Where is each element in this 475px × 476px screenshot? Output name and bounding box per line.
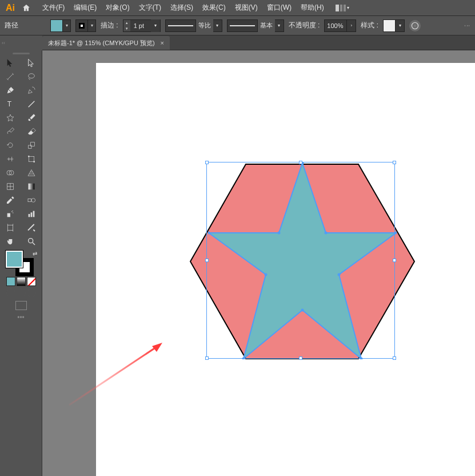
menu-select[interactable]: 选择(S) <box>166 1 198 15</box>
draw-normal[interactable] <box>6 288 15 298</box>
slice-icon <box>27 223 36 232</box>
fill-stroke-indicator[interactable]: ⇄ <box>2 251 39 275</box>
svg-point-38 <box>265 273 268 276</box>
zoom-tool[interactable] <box>21 235 42 248</box>
mesh-tool[interactable] <box>0 180 21 193</box>
magic-wand-tool[interactable] <box>0 70 21 84</box>
blob-icon <box>6 127 15 136</box>
stroke-weight-field[interactable]: ▲ ▼ 1 pt ▾ <box>123 19 161 32</box>
curvature-tool[interactable] <box>21 84 42 97</box>
line-tool[interactable] <box>21 97 42 111</box>
stroke-swatch[interactable] <box>75 19 88 32</box>
brush-dropdown[interactable]: ▾ <box>275 19 284 32</box>
menu-edit[interactable]: 编辑(E) <box>69 1 101 15</box>
color-mode-solid[interactable] <box>6 277 15 286</box>
stroke-dropdown[interactable]: ▾ <box>88 19 96 32</box>
graphic-style-swatch[interactable] <box>383 19 396 32</box>
free-transform-tool[interactable] <box>21 152 42 166</box>
menu-file[interactable]: 文件(F) <box>38 1 69 15</box>
menu-view[interactable]: 视图(V) <box>230 1 262 15</box>
variable-width-profile[interactable] <box>165 19 196 32</box>
scale-icon <box>27 141 36 150</box>
document-tab[interactable]: 未标题-1* @ 115% (CMYK/GPU 预览) × <box>42 36 170 50</box>
canvas-area[interactable]: Baidu 经验 jingyan.baidu.com <box>42 50 475 476</box>
swap-fill-stroke[interactable]: ⇄ <box>33 251 37 257</box>
workspace-switcher[interactable]: ▾ <box>336 4 349 12</box>
edit-toolbar-button[interactable]: ••• <box>0 312 42 323</box>
svg-point-40 <box>278 232 281 235</box>
recolor-artwork-button[interactable] <box>409 20 421 31</box>
fill-dropdown[interactable]: ▾ <box>63 19 71 32</box>
default-fill-stroke[interactable] <box>3 268 10 275</box>
brush-definition[interactable] <box>227 19 258 32</box>
artboard-tool[interactable] <box>0 221 21 235</box>
blend-tool[interactable] <box>21 193 42 207</box>
gradient-tool[interactable] <box>21 180 42 193</box>
shapebuilder-icon <box>6 168 15 177</box>
width-tool[interactable] <box>0 152 21 166</box>
color-wheel-icon <box>411 22 419 30</box>
tab-close-button[interactable]: × <box>161 39 164 46</box>
column-graph-tool[interactable] <box>21 207 42 221</box>
svg-point-45 <box>459 431 464 436</box>
stroke-weight-dropdown[interactable]: ▾ <box>151 19 160 32</box>
svg-rect-19 <box>7 213 10 217</box>
shape-builder-tool[interactable] <box>0 166 21 180</box>
slice-tool[interactable] <box>21 221 42 235</box>
stroke-weight-up[interactable]: ▲ <box>123 20 130 26</box>
eraser-tool[interactable] <box>21 125 42 138</box>
profile-dropdown[interactable]: ▾ <box>213 19 222 32</box>
artboard[interactable] <box>96 63 475 476</box>
menu-type[interactable]: 文字(T) <box>134 1 166 15</box>
opacity-field[interactable]: 100% <box>324 19 347 32</box>
paintbrush-tool[interactable] <box>21 111 42 125</box>
color-mode-gradient[interactable] <box>17 277 26 286</box>
style-dropdown[interactable]: ▾ <box>396 19 405 32</box>
rotate-tool[interactable] <box>0 138 21 152</box>
stroke-label: 描边 : <box>101 21 118 30</box>
eyedropper-tool[interactable] <box>0 193 21 207</box>
brush-label: 基本 <box>258 21 275 30</box>
symbol-sprayer-tool[interactable] <box>0 207 21 221</box>
draw-inside[interactable] <box>27 288 36 298</box>
spray-icon <box>6 209 15 219</box>
selection-tool[interactable] <box>0 56 21 70</box>
pen-tool[interactable] <box>0 84 21 97</box>
pen-icon <box>6 86 15 95</box>
fill-color-control[interactable]: ▾ <box>50 19 71 32</box>
stroke-weight-down[interactable]: ▼ <box>123 26 130 31</box>
color-mode-none[interactable] <box>27 277 36 286</box>
draw-behind[interactable] <box>17 288 26 298</box>
menu-window[interactable]: 窗口(W) <box>262 1 296 15</box>
cursor-outline-icon <box>27 58 36 68</box>
home-button[interactable] <box>18 0 34 16</box>
screen-mode-button[interactable] <box>0 299 42 312</box>
menu-effect[interactable]: 效果(C) <box>198 1 230 15</box>
svg-point-46 <box>450 436 461 443</box>
watermark: Baidu 经验 jingyan.baidu.com <box>406 429 467 468</box>
control-bar-overflow[interactable]: ⋮ <box>464 23 470 29</box>
menu-object[interactable]: 对象(O) <box>101 1 134 15</box>
star-shape[interactable] <box>208 162 397 359</box>
menu-help[interactable]: 帮助(H) <box>296 1 329 15</box>
fill-swatch[interactable] <box>50 19 63 32</box>
svg-rect-24 <box>30 212 32 217</box>
collapse-panels-button[interactable]: ‹‹ <box>0 36 7 50</box>
panels-icon <box>336 5 346 11</box>
lasso-tool[interactable] <box>21 70 42 84</box>
stroke-weight-value[interactable]: 1 pt <box>130 22 151 29</box>
stroke-color-control[interactable]: ▾ <box>75 19 96 32</box>
blob-brush-tool[interactable] <box>0 125 21 138</box>
perspective-grid-tool[interactable] <box>21 166 42 180</box>
svg-point-32 <box>325 232 328 235</box>
type-tool[interactable]: T <box>0 97 21 111</box>
opacity-dropdown[interactable]: › <box>347 19 356 32</box>
tab-title: 未标题-1* @ 115% (CMYK/GPU 预览) <box>48 39 155 47</box>
fill-indicator[interactable] <box>6 251 23 268</box>
tools-grip[interactable] <box>0 50 42 56</box>
shape-tool[interactable] <box>0 111 21 125</box>
app-logo: Ai <box>2 0 18 16</box>
scale-tool[interactable] <box>21 138 42 152</box>
hand-tool[interactable] <box>0 235 21 248</box>
direct-selection-tool[interactable] <box>21 56 42 70</box>
